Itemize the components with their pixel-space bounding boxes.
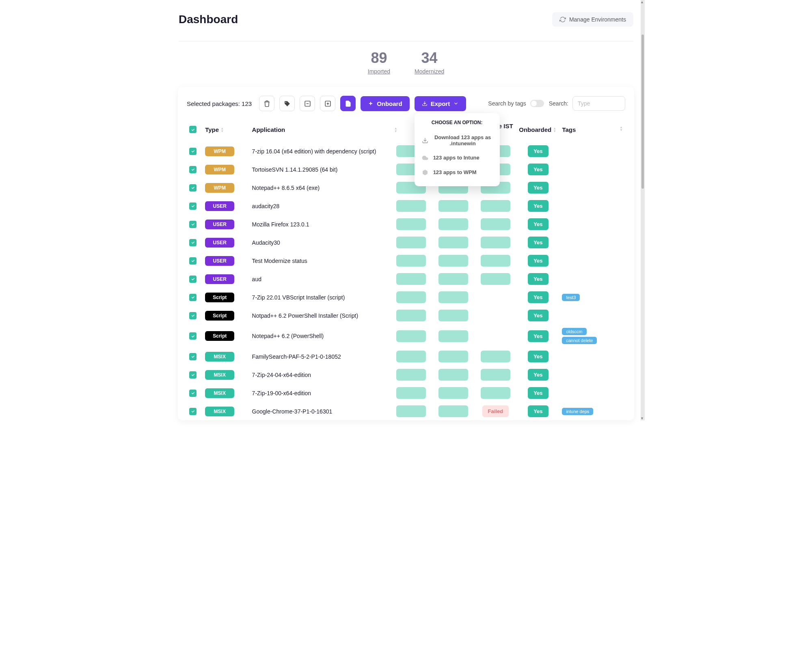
- app-name: audacity28: [252, 203, 280, 209]
- export-option-intune[interactable]: 123 apps to Intune: [415, 151, 500, 165]
- export-option-label: Download 123 apps as .intunewin: [433, 134, 492, 146]
- status-badge: Passed: [396, 405, 426, 417]
- row-checkbox[interactable]: [189, 312, 197, 319]
- row-checkbox[interactable]: [189, 221, 197, 228]
- row-checkbox[interactable]: [189, 353, 197, 360]
- onboarded-badge: Yes: [528, 200, 548, 212]
- row-checkbox[interactable]: [189, 408, 197, 415]
- status-badge: Passed: [396, 273, 426, 285]
- sort-icon[interactable]: ▲▼: [620, 126, 623, 131]
- status-badge: Passed: [438, 310, 469, 321]
- status-badge: Passed: [481, 200, 511, 212]
- row-checkbox[interactable]: [189, 332, 197, 340]
- table-row: MSIX FamilySearch-PAF-5-2-P1-0-18052 Pas…: [187, 347, 625, 366]
- row-checkbox[interactable]: [189, 202, 197, 210]
- status-badge: Passed: [481, 237, 511, 248]
- status-badge: Passed: [438, 218, 469, 230]
- status-badge: Passed: [481, 218, 511, 230]
- delete-button[interactable]: [259, 96, 274, 111]
- export-label: Export: [431, 100, 450, 107]
- row-checkbox[interactable]: [189, 239, 197, 246]
- export-option-download[interactable]: Download 123 apps as .intunewin: [415, 130, 500, 151]
- stat-imported-value: 89: [368, 50, 390, 67]
- table-row: Script Notpad++ 6.2 PowerShell Installer…: [187, 306, 625, 325]
- export-dropdown-title: CHOOSE AN OPTION:: [415, 120, 500, 130]
- table-row: USER Test Modernize status Passed Passed…: [187, 252, 625, 270]
- onboarded-badge: Yes: [528, 330, 548, 342]
- app-name: 7-zip 16.04 (x64 edition) with dependenc…: [252, 148, 376, 155]
- tag-chip[interactable]: oldsccm: [562, 328, 586, 335]
- scrollbar[interactable]: ▼: [641, 0, 645, 420]
- table-row: WPM Notepad++ 8.6.5 x64 (exe) Passed Pas…: [187, 179, 625, 197]
- export-option-wpm[interactable]: 123 apps to WPM: [415, 165, 500, 180]
- column-onboarded[interactable]: Onboarded▲▼: [516, 118, 559, 142]
- plus-icon: [368, 101, 374, 106]
- table-row: USER Audacity30 Passed Passed Passed Yes: [187, 233, 625, 252]
- status-badge: Passed: [396, 200, 426, 212]
- column-type[interactable]: Type▲▼: [203, 118, 249, 142]
- type-badge: USER: [205, 238, 234, 248]
- status-badge: Passed: [438, 387, 469, 399]
- row-checkbox[interactable]: [189, 166, 197, 173]
- excel-export-button[interactable]: x: [340, 96, 356, 111]
- status-badge: Passed: [481, 255, 511, 267]
- column-tags[interactable]: Tags▲▼: [559, 118, 625, 142]
- row-checkbox[interactable]: [189, 390, 197, 397]
- page-title: Dashboard: [179, 13, 238, 26]
- status-badge: Passed: [481, 387, 511, 399]
- onboarded-badge: Yes: [528, 310, 548, 321]
- select-all-checkbox[interactable]: [189, 126, 197, 133]
- sort-icon[interactable]: ▲▼: [394, 127, 397, 133]
- app-name: 7-Zip-24-04-x64-edition: [252, 372, 311, 378]
- onboarded-badge: Yes: [528, 291, 548, 303]
- status-badge: Passed: [438, 200, 469, 212]
- status-badge: Passed: [438, 405, 469, 417]
- status-badge: Passed: [438, 255, 469, 267]
- svg-text:x: x: [347, 103, 349, 106]
- row-checkbox[interactable]: [189, 294, 197, 301]
- search-input[interactable]: [572, 96, 625, 111]
- plus-square-icon: [324, 100, 331, 107]
- app-name: Notpad++ 6.2 PowerShell Installer (Scrip…: [252, 312, 358, 319]
- onboard-button[interactable]: Onboard: [361, 96, 410, 111]
- row-checkbox[interactable]: [189, 148, 197, 155]
- manage-environments-button[interactable]: Manage Environments: [552, 12, 633, 27]
- app-name: Audacity30: [252, 239, 280, 246]
- export-button[interactable]: Export CHOOSE AN OPTION: Download 123 ap…: [415, 96, 466, 111]
- minus-square-icon: [304, 100, 311, 107]
- stat-modernized[interactable]: 34 Modernized: [415, 50, 444, 75]
- collapse-button[interactable]: [300, 96, 315, 111]
- row-checkbox[interactable]: [189, 184, 197, 192]
- type-badge: MSIX: [205, 352, 234, 362]
- onboarded-badge: Yes: [528, 218, 548, 230]
- search-by-tags-toggle[interactable]: [530, 100, 544, 107]
- status-badge: Passed: [396, 291, 426, 303]
- column-application[interactable]: Application: [250, 118, 390, 142]
- status-badge: Passed: [438, 273, 469, 285]
- app-name: Notepad++ 6.2 (PowerShell): [252, 333, 324, 339]
- sort-icon[interactable]: ▲▼: [220, 127, 224, 133]
- row-checkbox[interactable]: [189, 371, 197, 379]
- type-badge: MSIX: [205, 407, 234, 416]
- table-row: USER aud Passed Passed Passed Yes: [187, 270, 625, 288]
- row-checkbox[interactable]: [189, 276, 197, 283]
- tag-chip[interactable]: intune deps: [562, 408, 593, 415]
- trash-icon: [263, 100, 270, 107]
- tag-chip[interactable]: test3: [562, 294, 580, 301]
- row-checkbox[interactable]: [189, 257, 197, 265]
- status-badge: Passed: [396, 330, 426, 342]
- app-name: Mozilla Firefox 123.0.1: [252, 221, 309, 228]
- sort-icon[interactable]: ▲▼: [553, 127, 556, 133]
- expand-button[interactable]: [320, 96, 335, 111]
- stat-imported[interactable]: 89 Imported: [368, 50, 390, 75]
- chevron-down-icon: [453, 101, 459, 106]
- type-badge: MSIX: [205, 370, 234, 380]
- tag-chip[interactable]: cannot delete: [562, 337, 597, 344]
- app-name: FamilySearch-PAF-5-2-P1-0-18052: [252, 353, 341, 360]
- tag-button[interactable]: [279, 96, 295, 111]
- table-row: USER audacity28 Passed Passed Passed Yes: [187, 197, 625, 215]
- type-badge: MSIX: [205, 388, 234, 398]
- status-badge: Passed: [396, 237, 426, 248]
- search-tags-label: Search by tags: [488, 100, 526, 107]
- status-badge: Passed: [438, 351, 469, 362]
